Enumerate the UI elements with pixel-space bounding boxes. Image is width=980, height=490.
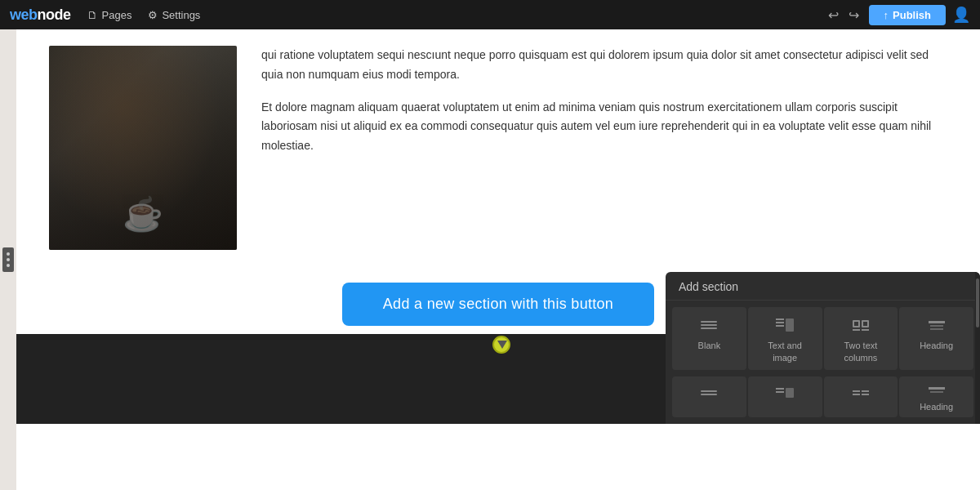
section-type-text-image[interactable]: Text andimage xyxy=(748,307,822,370)
panel-header: Add section xyxy=(666,272,980,301)
topbar-right: ↩ ↪ ↑ Publish 👤 xyxy=(825,5,970,25)
logo: webnode xyxy=(10,7,71,24)
add-section-panel: Add section Blank xyxy=(666,272,980,424)
redo-button[interactable]: ↪ xyxy=(845,6,862,24)
r2-heading-label: Heading xyxy=(920,401,953,412)
topbar: webnode 🗋 Pages ⚙ Settings ↩ ↪ ↑ Publish… xyxy=(0,0,980,29)
panel-scrollbar[interactable] xyxy=(975,272,980,424)
settings-icon: ⚙ xyxy=(148,9,158,21)
undo-button[interactable]: ↩ xyxy=(825,6,842,24)
section-type-heading[interactable]: Heading xyxy=(899,307,973,370)
publish-upload-icon: ↑ xyxy=(884,9,889,21)
r2-heading-icon xyxy=(929,383,945,398)
user-account-button[interactable]: 👤 xyxy=(952,6,970,24)
text-image-icon xyxy=(776,315,794,335)
section-type-r2-2[interactable] xyxy=(748,376,822,417)
blank-icon xyxy=(701,315,717,335)
two-text-label: Two textcolumns xyxy=(844,340,877,363)
settings-label: Settings xyxy=(162,9,200,21)
r2-2-icon xyxy=(776,383,794,403)
panel-scroll-thumb xyxy=(976,278,979,327)
main-area: qui ratione voluptatem sequi nescıunt ne… xyxy=(0,29,980,490)
barista-image xyxy=(49,46,237,250)
paragraph-1: qui ratione voluptatem sequi nescıunt ne… xyxy=(261,46,947,85)
section-type-blank[interactable]: Blank xyxy=(672,307,746,370)
section-type-grid: Blank xyxy=(666,301,980,376)
section-type-r2-heading[interactable]: Heading xyxy=(899,376,973,417)
blank-label: Blank xyxy=(698,340,721,351)
add-section-button[interactable]: Add a new section with this button xyxy=(342,283,654,326)
publish-button[interactable]: ↑ Publish xyxy=(869,5,946,25)
content-section: qui ratione voluptatem sequi nescıunt ne… xyxy=(16,29,980,266)
r2-1-icon xyxy=(701,383,717,403)
publish-label: Publish xyxy=(893,9,931,21)
section-type-r2-3[interactable] xyxy=(824,376,898,417)
two-text-icon xyxy=(853,315,869,335)
pages-label: Pages xyxy=(102,9,132,21)
section-type-r2-1[interactable] xyxy=(672,376,746,417)
page-canvas: qui ratione voluptatem sequi nescıunt ne… xyxy=(16,29,980,490)
settings-nav[interactable]: ⚙ Settings xyxy=(148,9,200,21)
pages-nav[interactable]: 🗋 Pages xyxy=(87,9,132,21)
side-handle[interactable] xyxy=(2,247,14,272)
paragraph-2: Et dolore magnam aliquam quaerat volupta… xyxy=(261,98,947,156)
heading-icon xyxy=(929,315,945,335)
section-type-two-text[interactable]: Two textcolumns xyxy=(824,307,898,370)
text-image-label: Text andimage xyxy=(768,340,802,363)
cursor-triangle xyxy=(497,341,507,349)
heading-label: Heading xyxy=(920,340,953,351)
cursor-circle xyxy=(492,336,510,354)
r2-3-icon xyxy=(853,383,869,403)
content-text: qui ratione voluptatem sequi nescıunt ne… xyxy=(261,46,947,250)
pages-icon: 🗋 xyxy=(87,9,98,21)
left-panel xyxy=(0,29,16,490)
section-type-row2: Heading xyxy=(666,376,980,424)
undo-redo-group: ↩ ↪ xyxy=(825,6,862,24)
